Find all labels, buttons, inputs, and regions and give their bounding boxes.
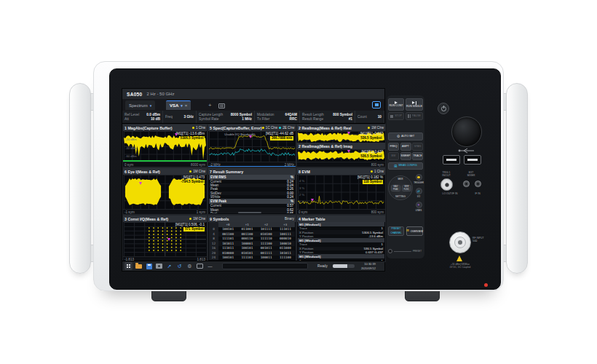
command-input[interactable] — [222, 263, 308, 269]
marker-icon[interactable] — [311, 199, 314, 202]
analysis-range-bar — [123, 160, 207, 162]
chevron-down-icon[interactable]: ▾ — [181, 103, 183, 108]
meas-config-icon: ⊞ — [394, 165, 397, 168]
io-key[interactable]: ⇄ I/O — [414, 188, 424, 198]
usb-port-1[interactable] — [443, 155, 460, 165]
auto-set-button[interactable]: ⚙AUTO SET — [388, 132, 423, 141]
window-eye[interactable]: 6 Eye I(Meas & Ref) 1M Clrw [M1][T1] 0.4… — [122, 167, 207, 215]
display-layout-icon[interactable] — [372, 101, 381, 108]
marker-icon[interactable] — [249, 135, 252, 138]
marker-icon[interactable] — [175, 133, 178, 136]
settings-group-freq[interactable]: Freq3 GHz — [163, 111, 197, 123]
result-summary-table[interactable]: EVM RMS%Current0.24Mean0.24Peak0.26StdDe… — [209, 175, 295, 213]
trace-button[interactable]: TRACE — [412, 152, 423, 160]
bw-button[interactable]: BW — [388, 152, 399, 160]
rf-input-label: RF INPUT50Ω — [473, 237, 494, 243]
display-screen[interactable]: SA050 2 Hz - 50 GHz Spectrum ▾ VSA ▾ × + — [122, 88, 385, 272]
stop-button[interactable]: STOP — [388, 112, 404, 120]
tab-vsa[interactable]: VSA ▾ × — [166, 100, 191, 110]
run-cont-button[interactable]: RUN CONT — [388, 98, 404, 111]
navigation-pad[interactable]: MKR MAXPEAK MKRFUNC SETTING — [388, 175, 413, 200]
power-led — [484, 283, 488, 287]
scroll-indicator[interactable] — [208, 166, 296, 167]
window-result-summary[interactable]: 7 Result Summary EVM RMS%Current0.24Mean… — [207, 167, 296, 215]
meas-config-button[interactable]: ⊞MEAS CONFIG — [388, 162, 423, 170]
symbols-row[interactable]: 12101011100001111100100010 — [209, 241, 295, 246]
mkr-key[interactable]: MKR — [389, 178, 412, 181]
share-icon[interactable]: ↗ — [165, 262, 173, 270]
ampt-button[interactable]: AMPT — [400, 143, 411, 151]
gear-icon[interactable]: ⚙ — [186, 262, 194, 270]
mkr-func-key[interactable]: MKRFUNC — [402, 185, 411, 191]
symbols-row[interactable]: 20010000010101001111101011 — [209, 250, 295, 256]
rotary-knob[interactable] — [451, 116, 482, 147]
run-single-button[interactable]: RUN SINGLE — [406, 98, 423, 111]
marker-table[interactable]: M1 [Window1]Trace1X Position5306.5 Symbo… — [298, 222, 384, 261]
marker-icon[interactable] — [347, 150, 350, 153]
symbols-row[interactable]: 0100101011001101111111011 — [209, 227, 295, 232]
settings-group-count[interactable]: Count10 — [355, 111, 384, 123]
right-carry-handle[interactable] — [506, 83, 528, 274]
power-button[interactable] — [438, 103, 449, 114]
marker-icon[interactable] — [139, 182, 142, 185]
chevron-down-icon[interactable]: ▾ — [150, 103, 152, 108]
preset-channel-button[interactable]: PRESETCHANNEL — [388, 226, 404, 236]
if-in-connector[interactable] — [475, 181, 481, 187]
spectrum-plot[interactable]: Usable I/Q Bandwidth [M1][T1] -44.62 dB3… — [209, 131, 295, 162]
launcher-icon[interactable] — [124, 262, 133, 270]
settings-group-level[interactable]: Ref Level0.0 dBm Att10 dB — [122, 111, 163, 123]
window-realimag[interactable]: 2 RealImag(Meas & Ref) Real 1M Clrw [M1]… — [296, 124, 386, 167]
max-peak-key[interactable]: MAXPEAK — [391, 185, 400, 191]
marker-icon[interactable] — [347, 132, 350, 135]
trig-connector[interactable] — [440, 178, 453, 191]
pause-button[interactable]: PAUSE — [406, 112, 423, 120]
close-icon[interactable]: × — [185, 103, 188, 108]
setting-key[interactable]: SETTING — [389, 195, 412, 198]
minimize-icon[interactable]: — — [206, 262, 214, 270]
window-evm[interactable]: 8 EVM 1 Clrw [M1][T1] 0.182 %118 Symbol … — [296, 167, 386, 215]
slider-knob[interactable] — [388, 249, 392, 253]
window-spectrum[interactable]: 5 Spec(CaptureBuffer, Error) 1C Clrw2E C… — [207, 124, 296, 167]
real-plot[interactable]: [M1][T1] -0.637536.5 Symbol — [298, 131, 384, 143]
add-tab-button[interactable]: + — [208, 102, 212, 108]
left-carry-handle[interactable] — [69, 83, 91, 274]
window-marker-table[interactable]: 4 Marker Table M1 [Window1]Trace1X Posit… — [296, 215, 386, 262]
magabs-plot[interactable]: [M1][T1] -13.6 dBm5306.5 Symbol -20 dBm … — [124, 131, 206, 162]
format-badge[interactable]: Binary — [285, 217, 294, 221]
sweep-button[interactable]: SWEEP — [400, 152, 411, 160]
span-button[interactable]: SPAN — [412, 143, 423, 151]
eye-plot[interactable]: [M1][T1] 0.473-794.5 Symbol — [124, 175, 206, 209]
marker-icon[interactable] — [167, 238, 170, 241]
lines-key[interactable]: ≡ LINES — [414, 202, 424, 212]
trace-legend: 1M Clrw — [368, 126, 384, 130]
camera-icon[interactable] — [155, 262, 163, 270]
settings-group-modulation[interactable]: Modulation64QAM Tx FilterRRC — [255, 111, 300, 123]
lo-out-connector[interactable] — [463, 181, 470, 187]
undo-icon[interactable]: ↺ — [175, 262, 183, 270]
sequence-icon[interactable] — [218, 103, 225, 108]
symbols-table[interactable]: +0+1+2+301001010110011011111110114001100… — [209, 222, 295, 261]
rf-input-connector[interactable] — [449, 232, 471, 253]
preset-slider[interactable]: PRESET — [388, 248, 423, 254]
window-symbols[interactable]: 9 Symbols Binary +0+1+2+3010010101100110… — [207, 215, 296, 262]
save-icon[interactable] — [145, 262, 153, 270]
trigger-key[interactable]: TRIGGER — [414, 174, 424, 184]
constellation-plot[interactable]: [M1][T1] 0.506, -0.1571 Symbol — [124, 222, 206, 256]
window-constellation[interactable]: 3 Const I/Q(Meas & Ref) 1M Clrw [M1][T1]… — [122, 215, 207, 262]
horizontal-scrollbar[interactable] — [217, 212, 287, 214]
folder-icon[interactable] — [135, 262, 143, 270]
monitor-icon[interactable] — [196, 262, 204, 270]
usb-port-2[interactable] — [464, 155, 481, 165]
evm-plot[interactable]: [M1][T1] 0.182 %118 Symbol 4 % 3 % 2 % 1… — [298, 175, 384, 209]
window-magabs[interactable]: 1 MagAbs(Capture Buffer) 1 Clrw [M1][T1]… — [122, 124, 207, 167]
settings-group-result[interactable]: Result Length800 Symbol Result Range#1 — [300, 111, 355, 123]
settings-group-capture[interactable]: Capture Length8000 Symbol Symbol Rate1 M… — [197, 111, 255, 123]
freq-button[interactable]: FREQ — [388, 143, 399, 151]
symbols-row[interactable]: 4001100001100010100100111 — [209, 232, 295, 237]
overview-button[interactable]: ⊞ OVERVIEW — [406, 226, 423, 236]
tab-spectrum[interactable]: Spectrum ▾ — [125, 100, 155, 110]
imag-plot[interactable]: [M1][T1] 0.437536.5 Symbol — [298, 149, 384, 161]
symbols-row[interactable]: 8111101000110111110000010 — [209, 237, 295, 242]
symbols-row[interactable]: 24100101111101100011111100 — [209, 256, 295, 261]
symbols-row[interactable]: 16111011100101001011011000 — [209, 246, 295, 251]
